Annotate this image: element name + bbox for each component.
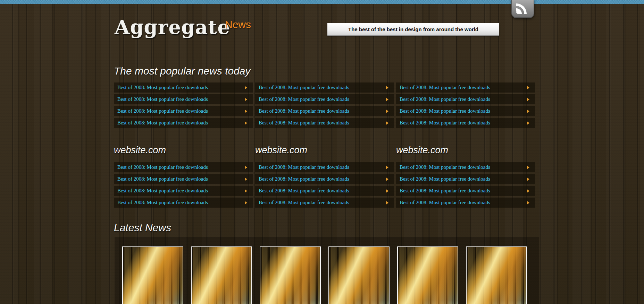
- news-link[interactable]: Best of 2008: Most popular free download…: [396, 94, 535, 104]
- news-thumbnail[interactable]: [466, 246, 527, 304]
- news-link[interactable]: Best of 2008: Most popular free download…: [114, 118, 253, 128]
- site-column-3: Best of 2008: Most popular free download…: [396, 162, 535, 209]
- news-link[interactable]: Best of 2008: Most popular free download…: [255, 94, 394, 104]
- thumbnail-row: [122, 246, 527, 304]
- news-thumbnail[interactable]: [260, 246, 321, 304]
- rss-glyph-icon: [516, 1, 530, 14]
- arrow-right-icon: [245, 98, 247, 101]
- arrow-right-icon: [245, 201, 247, 205]
- news-link-label: Best of 2008: Most popular free download…: [396, 120, 490, 126]
- arrow-right-icon: [245, 189, 247, 193]
- news-link[interactable]: Best of 2008: Most popular free download…: [396, 118, 535, 128]
- arrow-right-icon: [386, 201, 388, 205]
- arrow-right-icon: [386, 189, 388, 193]
- latest-news-title: Latest News: [114, 222, 171, 234]
- news-link-label: Best of 2008: Most popular free download…: [114, 108, 208, 114]
- news-link[interactable]: Best of 2008: Most popular free download…: [114, 174, 253, 184]
- news-link-label: Best of 2008: Most popular free download…: [114, 120, 208, 126]
- news-link-label: Best of 2008: Most popular free download…: [255, 108, 349, 114]
- website-heading-3: website.com: [396, 145, 535, 155]
- news-link[interactable]: Best of 2008: Most popular free download…: [396, 186, 535, 196]
- news-link-label: Best of 2008: Most popular free download…: [396, 108, 490, 114]
- popular-section-title: The most popular news today: [114, 65, 251, 77]
- news-link[interactable]: Best of 2008: Most popular free download…: [255, 106, 394, 116]
- news-link-label: Best of 2008: Most popular free download…: [255, 164, 349, 170]
- news-link-label: Best of 2008: Most popular free download…: [396, 188, 490, 194]
- arrow-right-icon: [386, 98, 388, 101]
- rss-icon[interactable]: [511, 0, 534, 18]
- site-logo[interactable]: Aggregate News: [115, 15, 230, 43]
- arrow-right-icon: [386, 121, 388, 125]
- news-link[interactable]: Best of 2008: Most popular free download…: [396, 162, 535, 172]
- news-thumbnail[interactable]: [122, 246, 183, 304]
- news-thumbnail[interactable]: [328, 246, 390, 304]
- arrow-right-icon: [527, 98, 529, 101]
- arrow-right-icon: [527, 189, 529, 193]
- news-link-label: Best of 2008: Most popular free download…: [396, 200, 490, 206]
- news-link-label: Best of 2008: Most popular free download…: [114, 85, 208, 90]
- website-heading-2: website.com: [255, 145, 394, 155]
- news-link[interactable]: Best of 2008: Most popular free download…: [255, 174, 394, 184]
- arrow-right-icon: [527, 110, 529, 113]
- news-link[interactable]: Best of 2008: Most popular free download…: [255, 162, 394, 172]
- tagline-text: The best of the best in design from arou…: [348, 26, 478, 32]
- arrow-right-icon: [527, 86, 529, 89]
- arrow-right-icon: [386, 177, 388, 181]
- news-link-label: Best of 2008: Most popular free download…: [114, 164, 208, 170]
- news-link[interactable]: Best of 2008: Most popular free download…: [255, 186, 394, 196]
- arrow-right-icon: [245, 110, 247, 113]
- news-link-label: Best of 2008: Most popular free download…: [114, 96, 208, 102]
- news-link-label: Best of 2008: Most popular free download…: [396, 96, 490, 102]
- news-link-label: Best of 2008: Most popular free download…: [255, 120, 349, 126]
- news-link-label: Best of 2008: Most popular free download…: [396, 85, 490, 90]
- news-thumbnail[interactable]: [191, 246, 252, 304]
- news-link[interactable]: Best of 2008: Most popular free download…: [114, 198, 253, 208]
- news-link-label: Best of 2008: Most popular free download…: [396, 176, 490, 182]
- site-column-2: Best of 2008: Most popular free download…: [255, 162, 394, 209]
- news-link-label: Best of 2008: Most popular free download…: [255, 85, 349, 90]
- arrow-right-icon: [245, 166, 247, 169]
- website-heading-1: website.com: [114, 145, 253, 155]
- news-link[interactable]: Best of 2008: Most popular free download…: [114, 106, 253, 116]
- arrow-right-icon: [527, 166, 529, 169]
- news-link[interactable]: Best of 2008: Most popular free download…: [396, 174, 535, 184]
- arrow-right-icon: [245, 86, 247, 89]
- arrow-right-icon: [245, 177, 247, 181]
- arrow-right-icon: [386, 110, 388, 113]
- news-link[interactable]: Best of 2008: Most popular free download…: [114, 94, 253, 104]
- logo-text: Aggregate: [115, 16, 230, 38]
- news-link-label: Best of 2008: Most popular free download…: [114, 176, 208, 182]
- logo-accent-text: News: [225, 19, 251, 30]
- tagline-banner: The best of the best in design from arou…: [327, 23, 499, 36]
- top-accent-bar: [0, 0, 644, 4]
- news-link-label: Best of 2008: Most popular free download…: [114, 188, 208, 194]
- news-link[interactable]: Best of 2008: Most popular free download…: [114, 186, 253, 196]
- popular-column-3: Best of 2008: Most popular free download…: [396, 82, 535, 130]
- news-link[interactable]: Best of 2008: Most popular free download…: [255, 118, 394, 128]
- arrow-right-icon: [527, 177, 529, 181]
- news-link[interactable]: Best of 2008: Most popular free download…: [114, 82, 253, 93]
- news-link-label: Best of 2008: Most popular free download…: [255, 96, 349, 102]
- news-link[interactable]: Best of 2008: Most popular free download…: [396, 198, 535, 208]
- news-link-label: Best of 2008: Most popular free download…: [396, 164, 490, 170]
- popular-column-2: Best of 2008: Most popular free download…: [255, 82, 394, 130]
- arrow-right-icon: [245, 121, 247, 125]
- news-link-label: Best of 2008: Most popular free download…: [255, 188, 349, 194]
- news-link[interactable]: Best of 2008: Most popular free download…: [114, 162, 253, 172]
- news-link[interactable]: Best of 2008: Most popular free download…: [255, 82, 394, 93]
- news-link-label: Best of 2008: Most popular free download…: [255, 176, 349, 182]
- news-link-label: Best of 2008: Most popular free download…: [255, 200, 349, 206]
- popular-column-1: Best of 2008: Most popular free download…: [114, 82, 253, 130]
- news-link[interactable]: Best of 2008: Most popular free download…: [396, 82, 535, 93]
- latest-news-panel: [115, 237, 539, 304]
- site-column-1: Best of 2008: Most popular free download…: [114, 162, 253, 209]
- arrow-right-icon: [527, 121, 529, 125]
- news-thumbnail[interactable]: [397, 246, 458, 304]
- news-link[interactable]: Best of 2008: Most popular free download…: [255, 198, 394, 208]
- arrow-right-icon: [386, 166, 388, 169]
- news-link-label: Best of 2008: Most popular free download…: [114, 200, 208, 206]
- news-link[interactable]: Best of 2008: Most popular free download…: [396, 106, 535, 116]
- arrow-right-icon: [527, 201, 529, 205]
- arrow-right-icon: [386, 86, 388, 89]
- page-background: Aggregate News The best of the best in d…: [0, 0, 644, 304]
